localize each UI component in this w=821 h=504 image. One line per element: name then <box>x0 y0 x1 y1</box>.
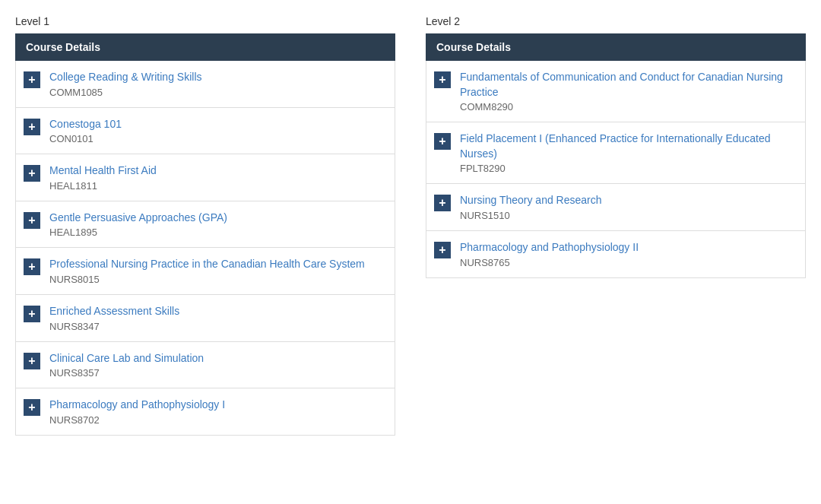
table-row: +Enriched Assessment SkillsNURS8347 <box>16 295 395 342</box>
course-name: Professional Nursing Practice in the Can… <box>49 257 365 272</box>
course-info: Nursing Theory and ResearchNURS1510 <box>460 193 602 221</box>
expand-button[interactable]: + <box>24 306 40 322</box>
course-code: HEAL1895 <box>49 227 227 238</box>
course-info: Pharmacology and Pathophysiology INURS87… <box>49 398 225 426</box>
course-name: College Reading & Writing Skills <box>49 70 202 85</box>
main-content: Level 1 Course Details +College Reading … <box>15 15 806 436</box>
course-code: NURS8015 <box>49 274 365 285</box>
table-row: +Pharmacology and Pathophysiology INURS8… <box>16 388 395 436</box>
table-row: +Nursing Theory and ResearchNURS1510 <box>426 184 805 231</box>
table-row: +Professional Nursing Practice in the Ca… <box>16 248 395 295</box>
course-code: FPLT8290 <box>460 163 797 174</box>
table-row: +College Reading & Writing SkillsCOMM108… <box>16 61 395 108</box>
table-row: +Clinical Care Lab and SimulationNURS835… <box>16 342 395 389</box>
course-info: Gentle Persuasive Approaches (GPA)HEAL18… <box>49 211 227 239</box>
expand-button[interactable]: + <box>434 133 451 150</box>
course-name: Mental Health First Aid <box>49 163 157 179</box>
course-info: Mental Health First AidHEAL1811 <box>49 163 157 192</box>
course-code: HEAL1811 <box>49 180 157 192</box>
course-info: Clinical Care Lab and SimulationNURS8357 <box>49 351 204 379</box>
level1-title: Level 1 <box>15 15 395 27</box>
course-code: NURS8347 <box>49 321 179 332</box>
course-info: Fundamentals of Communication and Conduc… <box>460 70 797 113</box>
table-row: +Fundamentals of Communication and Condu… <box>426 61 805 122</box>
course-info: Enriched Assessment SkillsNURS8347 <box>49 304 179 332</box>
level2-header: Course Details <box>426 33 806 61</box>
expand-button[interactable]: + <box>24 165 40 182</box>
expand-button[interactable]: + <box>24 353 40 369</box>
level1-course-list: +College Reading & Writing SkillsCOMM108… <box>15 61 395 436</box>
course-name: Gentle Persuasive Approaches (GPA) <box>49 211 227 226</box>
level2-column: Level 2 Course Details +Fundamentals of … <box>426 15 806 436</box>
course-name: Conestoga 101 <box>49 117 122 132</box>
expand-button[interactable]: + <box>24 119 40 135</box>
expand-button[interactable]: + <box>24 71 40 88</box>
course-name: Pharmacology and Pathophysiology II <box>460 240 639 255</box>
course-name: Pharmacology and Pathophysiology I <box>49 398 225 413</box>
course-code: CON0101 <box>49 133 122 144</box>
course-info: Field Placement I (Enhanced Practice for… <box>460 132 797 174</box>
course-name: Nursing Theory and Research <box>460 193 602 208</box>
expand-button[interactable]: + <box>434 195 451 211</box>
expand-button[interactable]: + <box>434 242 451 258</box>
table-row: +Field Placement I (Enhanced Practice fo… <box>426 122 805 184</box>
expand-button[interactable]: + <box>24 399 40 416</box>
course-name: Clinical Care Lab and Simulation <box>49 351 204 366</box>
course-info: Professional Nursing Practice in the Can… <box>49 257 365 285</box>
course-code: NURS8702 <box>49 414 225 426</box>
course-name: Fundamentals of Communication and Conduc… <box>460 70 797 100</box>
level1-column: Level 1 Course Details +College Reading … <box>15 15 395 436</box>
level1-header: Course Details <box>15 33 395 61</box>
course-code: NURS8357 <box>49 367 204 379</box>
course-info: Conestoga 101CON0101 <box>49 117 122 145</box>
course-name: Enriched Assessment Skills <box>49 304 179 319</box>
level2-title: Level 2 <box>426 15 806 27</box>
course-code: COMM8290 <box>460 101 797 113</box>
expand-button[interactable]: + <box>434 71 451 88</box>
course-code: NURS8765 <box>460 257 639 268</box>
course-info: College Reading & Writing SkillsCOMM1085 <box>49 70 202 98</box>
level2-course-list: +Fundamentals of Communication and Condu… <box>426 61 806 278</box>
course-code: NURS1510 <box>460 210 602 221</box>
table-row: +Mental Health First AidHEAL1811 <box>16 154 395 201</box>
course-info: Pharmacology and Pathophysiology IINURS8… <box>460 240 639 268</box>
table-row: +Gentle Persuasive Approaches (GPA)HEAL1… <box>16 201 395 249</box>
course-name: Field Placement I (Enhanced Practice for… <box>460 132 797 161</box>
expand-button[interactable]: + <box>24 258 40 275</box>
expand-button[interactable]: + <box>24 212 40 229</box>
table-row: +Conestoga 101CON0101 <box>16 108 395 155</box>
course-code: COMM1085 <box>49 87 202 98</box>
table-row: +Pharmacology and Pathophysiology IINURS… <box>426 231 805 278</box>
